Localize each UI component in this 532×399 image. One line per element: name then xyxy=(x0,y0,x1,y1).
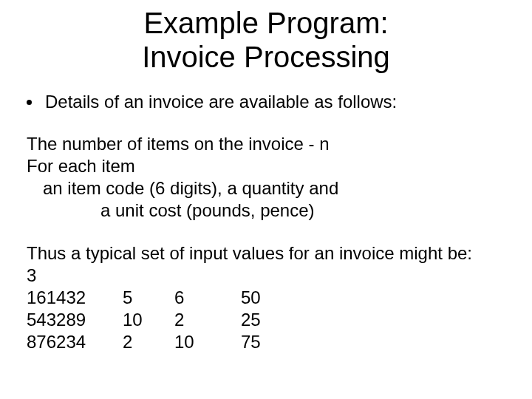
table-row: 161432 5 6 50 xyxy=(27,287,532,309)
example-block: Thus a typical set of input values for a… xyxy=(27,242,532,353)
cell-qty: 10 xyxy=(123,309,174,331)
example-count: 3 xyxy=(27,265,532,287)
desc-line-1: The number of items on the invoice - n xyxy=(27,133,532,155)
title-line-2: Invoice Processing xyxy=(142,41,390,73)
example-intro: Thus a typical set of input values for a… xyxy=(27,242,532,265)
cell-pence: 75 xyxy=(241,331,293,353)
example-data-table: 161432 5 6 50 543289 10 2 25 876234 2 10… xyxy=(27,287,532,353)
desc-line-3: an item code (6 digits), a quantity and xyxy=(27,177,532,200)
table-row: 543289 10 2 25 xyxy=(27,309,532,331)
bullet-text: Details of an invoice are available as f… xyxy=(45,92,397,112)
cell-qty: 2 xyxy=(123,331,174,353)
desc-line-2: For each item xyxy=(27,155,532,177)
cell-pence: 25 xyxy=(241,309,293,331)
slide-title: Example Program: Invoice Processing xyxy=(0,6,532,74)
title-line-1: Example Program: xyxy=(143,7,388,39)
cell-pounds: 2 xyxy=(174,309,241,331)
bullet-dot-icon xyxy=(27,100,32,105)
cell-code: 876234 xyxy=(27,331,123,353)
cell-code: 161432 xyxy=(27,287,123,309)
cell-code: 543289 xyxy=(27,309,123,331)
bullet-item: Details of an invoice are available as f… xyxy=(27,92,532,112)
description-block: The number of items on the invoice - n F… xyxy=(27,133,532,222)
cell-qty: 5 xyxy=(123,287,174,309)
cell-pence: 50 xyxy=(241,287,293,309)
desc-line-4: a unit cost (pounds, pence) xyxy=(27,200,532,222)
cell-pounds: 10 xyxy=(174,331,241,353)
cell-pounds: 6 xyxy=(174,287,241,309)
table-row: 876234 2 10 75 xyxy=(27,331,532,353)
